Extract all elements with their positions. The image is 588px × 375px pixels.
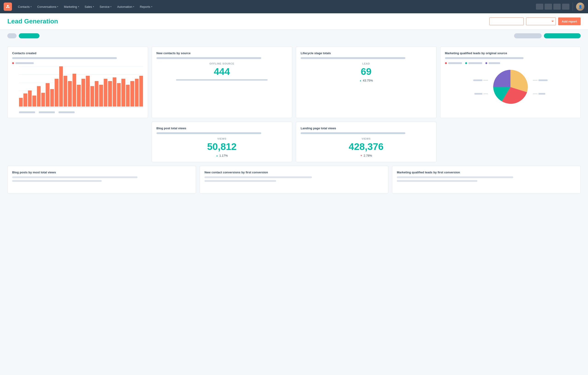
card-title-new-contacts: New contacts by source: [157, 52, 288, 55]
bar-10[interactable]: [63, 76, 67, 107]
bar-0[interactable]: [19, 98, 23, 107]
chevron-down-icon: ▾: [31, 6, 32, 8]
card-bottom-2: New contact conversions by first convers…: [200, 166, 388, 193]
card-subtitle-bar-nc: [157, 57, 261, 59]
card-mql: Marketing qualified leads by original so…: [440, 47, 581, 118]
legend-label-1: [15, 62, 34, 64]
main-content: Contacts created New contacts by source …: [0, 42, 588, 201]
bar-19[interactable]: [104, 79, 107, 107]
filter-select[interactable]: [526, 17, 556, 25]
skeleton-2: [12, 180, 102, 182]
card-title-mql: Marketing qualified leads by original so…: [445, 52, 576, 55]
legend-row-mql: [445, 62, 576, 64]
card-title-landing: Landing page total views: [301, 127, 432, 130]
bar-3[interactable]: [32, 96, 36, 107]
bar-6[interactable]: [46, 83, 49, 107]
card-change-blog-val: 1.17%: [220, 154, 228, 157]
bar-27[interactable]: [139, 76, 143, 107]
date-range-input[interactable]: [489, 17, 524, 25]
skeleton-3: [204, 176, 312, 178]
nav-item-sales[interactable]: Sales ▾: [82, 4, 97, 10]
cards-grid-top: Contacts created New contacts by source …: [7, 47, 581, 118]
card-bottom-3: Marketing qualified leads by first conve…: [392, 166, 581, 193]
up-arrow-icon-blog: ▲: [216, 154, 218, 157]
bar-2[interactable]: [28, 90, 32, 107]
card-new-contacts: New contacts by source OFFLINE SOURCE 44…: [152, 47, 292, 118]
card-subtitle-bar-lc: [301, 57, 405, 59]
card-value-nc: 444: [157, 67, 288, 76]
card-change-lc: ▲ 43.75%: [301, 79, 432, 82]
nav-action-btn-1[interactable]: [536, 4, 543, 10]
card-lifecycle: Lifecycle stage totals LEAD 69 ▲ 43.75%: [296, 47, 437, 118]
card-footer-nc: [176, 79, 268, 81]
card-subtitle-bar-mql: [445, 57, 524, 59]
card-value-blog: 50,812: [157, 142, 288, 151]
bar-chart-area: [19, 66, 143, 108]
bar-24[interactable]: [126, 85, 130, 107]
bar-7[interactable]: [50, 89, 54, 107]
card-bottom-1: Blog posts by most total views: [7, 166, 196, 193]
legend-dot-teal: [465, 62, 467, 64]
navbar: Contacts ▾ Conversations ▾ Marketing ▾ S…: [0, 0, 588, 13]
bar-8[interactable]: [55, 79, 58, 107]
nav-action-btn-3[interactable]: [553, 4, 561, 10]
card-title-contacts: Contacts created: [12, 52, 143, 55]
chevron-down-icon: ▾: [93, 6, 94, 8]
skeleton-6: [397, 180, 477, 182]
bar-1[interactable]: [23, 94, 27, 107]
bar-16[interactable]: [90, 86, 94, 107]
bar-15[interactable]: [86, 76, 90, 107]
nav-item-conversations[interactable]: Conversations ▾: [35, 4, 61, 10]
nav-item-contacts[interactable]: Contacts ▾: [16, 4, 34, 10]
bar-14[interactable]: [82, 79, 85, 107]
hubspot-logo[interactable]: [4, 2, 12, 11]
nav-divider: [573, 2, 573, 11]
bar-12[interactable]: [73, 74, 76, 107]
bar-18[interactable]: [99, 85, 103, 107]
bar-5[interactable]: [41, 93, 45, 107]
bar-26[interactable]: [135, 79, 139, 107]
nav-action-btn-4[interactable]: [562, 4, 569, 10]
filter-pill-1[interactable]: [7, 33, 17, 38]
card-subtitle-bar-blog: [157, 132, 261, 134]
card-bottom-title-1: Blog posts by most total views: [12, 171, 191, 174]
add-report-button[interactable]: Add report: [558, 17, 581, 25]
xaxis-label-2: [39, 111, 55, 113]
bar-25[interactable]: [130, 81, 134, 107]
card-change-landing-val: 2.78%: [364, 154, 372, 157]
filter-bar: [0, 30, 588, 42]
bar-21[interactable]: [113, 77, 116, 107]
bar-13[interactable]: [77, 85, 81, 107]
card-bottom-title-2: New contact conversions by first convers…: [204, 171, 384, 174]
nav-item-automation[interactable]: Automation ▾: [115, 4, 136, 10]
card-label-blog: VIEWS: [157, 137, 288, 140]
legend-bar-2: [468, 62, 482, 64]
nav-item-reports[interactable]: Reports ▾: [137, 4, 155, 10]
skeleton-5: [397, 176, 513, 178]
card-blog-views: Blog post total views VIEWS 50,812 ▲ 1.1…: [152, 122, 292, 162]
card-change-blog: ▲ 1.17%: [157, 154, 288, 157]
filter-pill-3[interactable]: [514, 33, 542, 38]
nav-item-marketing[interactable]: Marketing ▾: [62, 4, 81, 10]
card-value-landing: 428,376: [301, 142, 432, 151]
pie-chart: [490, 66, 531, 108]
user-avatar[interactable]: 👤: [576, 2, 584, 11]
legend-row: [12, 62, 143, 64]
bar-17[interactable]: [95, 81, 98, 107]
bar-22[interactable]: [117, 83, 121, 107]
bar-11[interactable]: [68, 81, 72, 107]
nav-action-btn-2[interactable]: [545, 4, 552, 10]
bar-4[interactable]: [37, 86, 41, 107]
nav-item-service[interactable]: Service ▾: [97, 4, 114, 10]
legend-dot-red: [445, 62, 447, 64]
card-subtitle-bar-landing: [301, 132, 405, 134]
down-arrow-icon: ▼: [360, 154, 362, 157]
filter-pill-2[interactable]: [19, 33, 40, 38]
bar-9[interactable]: [59, 66, 63, 107]
bar-23[interactable]: [121, 79, 125, 107]
legend-bar-1: [448, 62, 462, 64]
filter-pill-4[interactable]: [544, 33, 581, 38]
cards-bottom: Blog posts by most total views New conta…: [7, 166, 581, 193]
bar-20[interactable]: [108, 81, 112, 107]
card-bottom-title-3: Marketing qualified leads by first conve…: [397, 171, 576, 174]
